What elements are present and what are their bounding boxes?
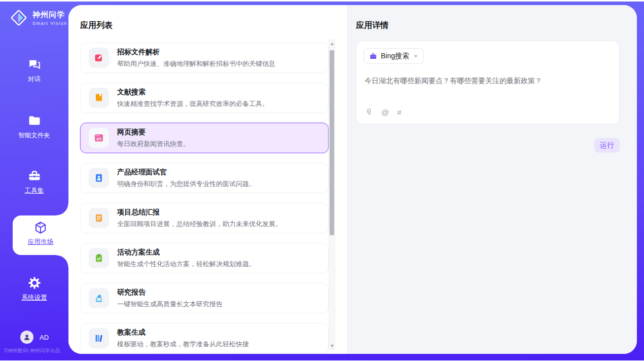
input-toolbar: @ # xyxy=(365,108,402,117)
app-card-research-report[interactable]: 研究报告 一键智能生成高质量长文本研究报告 xyxy=(80,283,329,313)
sidebar-item-label: 工具集 xyxy=(0,187,68,195)
app-card-event-plan[interactable]: 活动方案生成 智能生成个性化活动方案，轻松解决规划难题。 xyxy=(80,243,329,273)
main-panel: 应用列表 招标文件解析 帮助用户快速、准确地理解和解析招标书中的关键信息 xyxy=(68,5,637,354)
browser-code-icon xyxy=(89,128,109,148)
gear-icon xyxy=(27,276,42,290)
person-icon xyxy=(23,333,31,341)
app-card-title: 研究报告 xyxy=(117,288,223,297)
app-card-bid-parse[interactable]: 招标文件解析 帮助用户快速、准确地理解和解析招标书中的关键信息 xyxy=(80,43,329,73)
user-initials: AD xyxy=(40,334,49,341)
hash-icon[interactable]: # xyxy=(397,108,401,117)
app-card-desc: 帮助用户快速、准确地理解和解析招标书中的关键信息 xyxy=(117,59,275,68)
scroll-up-icon[interactable] xyxy=(329,41,335,47)
sidebar-item-chat[interactable]: 对话 xyxy=(0,57,68,84)
paperclip-icon[interactable] xyxy=(365,108,373,117)
tool-chip-label: Bing搜索 xyxy=(381,52,409,61)
app-card-title: 项目总结汇报 xyxy=(117,208,282,217)
close-icon[interactable]: × xyxy=(414,52,418,60)
sidebar-item-label: 对话 xyxy=(0,75,68,84)
sidebar-item-label: 智能文件夹 xyxy=(0,131,68,140)
briefcase-icon xyxy=(369,52,377,60)
edit-document-icon xyxy=(89,48,109,68)
toolbox-icon xyxy=(27,169,42,183)
scroll-down-icon[interactable] xyxy=(329,343,335,349)
brand-name: 神州问学 xyxy=(32,10,67,20)
microscope-icon xyxy=(89,288,109,308)
app-detail-title: 应用详情 xyxy=(356,20,388,31)
app-card-desc: 一键智能生成高质量长文本研究报告 xyxy=(117,300,223,309)
app-list-title: 应用列表 xyxy=(80,20,113,31)
scrollbar[interactable] xyxy=(329,40,335,350)
sidebar: 神州问学 Smart Vision 对话 智能文件夹 工具 xyxy=(0,2,68,360)
app-card-pm-interviewer[interactable]: 产品经理面试官 明确身份和职责，为您提供专业性的面试问题。 xyxy=(80,163,329,193)
folder-icon xyxy=(27,114,42,128)
app-card-title: 活动方案生成 xyxy=(117,248,256,257)
avatar xyxy=(20,331,33,344)
app-detail-pane: 应用详情 Bing搜索 × 今日湖北有哪些新闻要点？有哪些需要关注的最新政策？ xyxy=(347,5,637,354)
report-note-icon xyxy=(89,208,109,228)
app-list-pane: 应用列表 招标文件解析 帮助用户快速、准确地理解和解析招标书中的关键信息 xyxy=(68,5,347,354)
query-input[interactable]: 今日湖北有哪些新闻要点？有哪些需要关注的最新政策？ xyxy=(365,77,608,86)
app-card-lesson-plan[interactable]: 教案生成 模板驱动，教案秒成，教学准备从此轻松快捷 xyxy=(80,323,329,353)
app-card-title: 教案生成 xyxy=(117,328,249,337)
brand-subtitle: Smart Vision xyxy=(32,21,67,26)
mention-icon[interactable]: @ xyxy=(381,108,389,117)
sidebar-footer: ©神州数码·神州问学出品 xyxy=(4,347,68,354)
scroll-thumb[interactable] xyxy=(330,50,334,235)
app-card-desc: 每日政府新闻资讯快查。 xyxy=(117,139,190,149)
tool-chip-bing-search[interactable]: Bing搜索 × xyxy=(364,48,423,64)
app-card-desc: 全面回顾项目进展，总结经验教训，助力未来优化发展。 xyxy=(117,220,282,229)
chat-icon xyxy=(27,57,42,71)
user-account[interactable]: AD xyxy=(20,331,49,344)
sidebar-item-label: 系统设置 xyxy=(0,294,68,302)
sidebar-item-settings[interactable]: 系统设置 xyxy=(0,276,68,302)
app-card-desc: 快速精准查找学术资源，提高研究效率的必备工具。 xyxy=(117,99,269,108)
run-button[interactable]: 运行 xyxy=(594,138,620,153)
app-card-desc: 模板驱动，教案秒成，教学准备从此轻松快捷 xyxy=(117,340,249,349)
app-card-desc: 智能生成个性化活动方案，轻松解决规划难题。 xyxy=(117,260,256,269)
app-card-title: 产品经理面试官 xyxy=(117,168,256,177)
app-card-title: 招标文件解析 xyxy=(117,48,275,57)
prompt-editor-card: Bing搜索 × 今日湖北有哪些新闻要点？有哪些需要关注的最新政策？ @ # xyxy=(356,41,620,124)
app-card-desc: 明确身份和职责，为您提供专业性的面试问题。 xyxy=(117,179,256,189)
books-icon xyxy=(89,328,109,348)
app-card-title: 文献搜索 xyxy=(117,88,269,97)
app-card-project-summary[interactable]: 项目总结汇报 全面回顾项目进展，总结经验教训，助力未来优化发展。 xyxy=(80,203,329,233)
sidebar-item-toolset[interactable]: 工具集 xyxy=(0,169,68,195)
app-card-literature-search[interactable]: 文献搜索 快速精准查找学术资源，提高研究效率的必备工具。 xyxy=(80,83,329,113)
app-card-title: 网页摘要 xyxy=(117,128,190,137)
book-icon xyxy=(89,88,109,108)
sidebar-item-smart-folder[interactable]: 智能文件夹 xyxy=(0,114,68,140)
diamond-logo-icon xyxy=(9,8,28,27)
interview-doc-icon xyxy=(89,168,109,188)
app-window: 应用市场 神州问学 Smart Vision 对话 xyxy=(0,0,644,362)
app-card-list: 招标文件解析 帮助用户快速、准确地理解和解析招标书中的关键信息 文献搜索 xyxy=(80,43,329,353)
app-card-web-summary[interactable]: 网页摘要 每日政府新闻资讯快查。 xyxy=(80,123,329,153)
clipboard-check-icon xyxy=(89,248,109,268)
brand-logo: 神州问学 Smart Vision xyxy=(9,8,67,27)
